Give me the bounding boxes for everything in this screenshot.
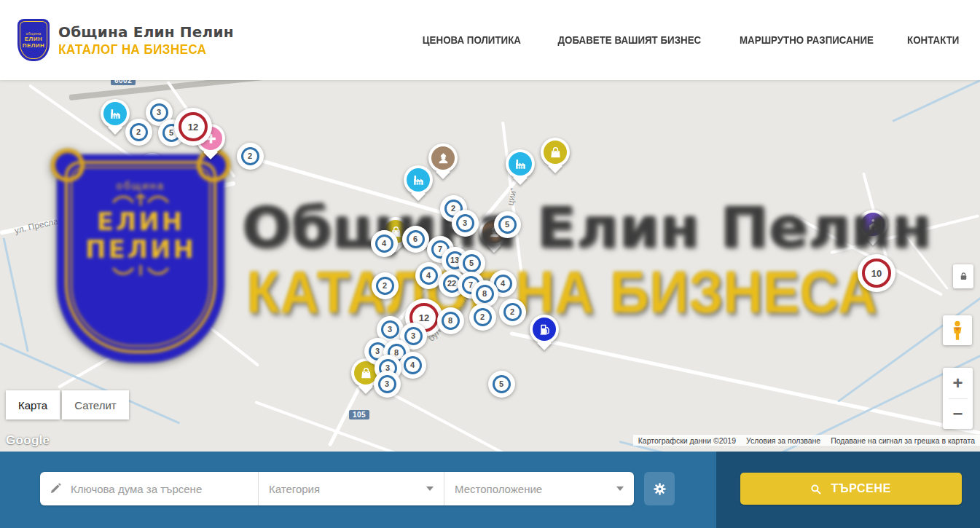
logo-word: община bbox=[26, 31, 41, 36]
cluster-marker[interactable]: 2 bbox=[138, 153, 165, 180]
road-line bbox=[109, 248, 259, 366]
cluster-ring: 3 bbox=[404, 327, 423, 345]
zoom-in-button[interactable]: + bbox=[943, 369, 973, 398]
cluster-marker[interactable]: 2 bbox=[237, 143, 264, 170]
pin-marker-worker[interactable] bbox=[428, 143, 458, 173]
pin-marker-fuel[interactable] bbox=[530, 315, 559, 344]
cluster-count: 3 bbox=[388, 325, 392, 334]
site-logo[interactable]: община ЕЛИН ПЕЛИН Община Елин Пелин КАТА… bbox=[17, 19, 234, 61]
shield-ornament-bottom bbox=[108, 263, 173, 279]
cluster-marker[interactable]: 6 bbox=[402, 226, 429, 253]
cluster-count: 22 bbox=[447, 279, 456, 288]
map-type-map-button[interactable]: Карта bbox=[6, 390, 60, 419]
cluster-count: 5 bbox=[499, 379, 503, 388]
street-view-pegman[interactable] bbox=[943, 315, 972, 345]
cluster-count: 3 bbox=[411, 331, 415, 340]
road-line bbox=[509, 331, 980, 435]
cluster-count: 4 bbox=[501, 279, 505, 288]
factory-icon bbox=[509, 152, 532, 176]
location-dropdown-label: Местоположение bbox=[455, 483, 542, 495]
cluster-ring: 4 bbox=[375, 235, 393, 253]
factory-icon bbox=[407, 168, 430, 192]
cluster-count: 3 bbox=[463, 218, 467, 227]
category-dropdown[interactable]: Категория bbox=[259, 472, 444, 505]
stream-line bbox=[3, 237, 29, 352]
logo-name-2: ПЕЛИН bbox=[23, 42, 45, 49]
cluster-marker[interactable]: 4 bbox=[371, 230, 398, 257]
cluster-count: 8 bbox=[394, 348, 399, 357]
cluster-marker[interactable]: 2 bbox=[469, 304, 496, 331]
cluster-ring: 3 bbox=[456, 214, 474, 232]
nav-item-route-schedule[interactable]: МАРШРУТНО РАЗПИСАНИЕ bbox=[740, 34, 874, 46]
search-button[interactable]: ТЪРСЕНЕ bbox=[740, 473, 962, 505]
pin-marker-factory[interactable] bbox=[506, 149, 535, 178]
cluster-ring: 8 bbox=[442, 312, 460, 330]
cluster-marker[interactable]: 3 bbox=[374, 371, 401, 398]
map-canvas[interactable]: община ЕЛИН ПЕЛИН Община Елин Пелин КАТА… bbox=[0, 80, 980, 452]
header: община ЕЛИН ПЕЛИН Община Елин Пелин КАТА… bbox=[0, 0, 980, 80]
keyword-field bbox=[40, 472, 259, 505]
pin-marker-church[interactable] bbox=[858, 210, 887, 239]
factory-icon bbox=[103, 102, 127, 125]
shield-curl-left bbox=[51, 149, 85, 182]
road-line bbox=[895, 223, 949, 290]
map-attribution: Картографски данни ©2019 Условия за полз… bbox=[633, 435, 980, 446]
cluster-count: 8 bbox=[482, 289, 487, 298]
cluster-ring: 2 bbox=[241, 147, 259, 165]
cluster-marker[interactable]: 2 bbox=[125, 119, 152, 146]
cluster-ring: 4 bbox=[420, 267, 438, 285]
cluster-marker[interactable]: 5 bbox=[488, 371, 515, 398]
road-line bbox=[254, 401, 434, 452]
map-type-control: Карта Сателит bbox=[6, 390, 129, 419]
cluster-marker[interactable]: 2 bbox=[372, 272, 399, 299]
pin-marker-bag[interactable] bbox=[541, 138, 570, 167]
lock-icon bbox=[958, 270, 969, 283]
nav-item-pricing[interactable]: ЦЕНОВА ПОЛИТИКА bbox=[423, 34, 521, 46]
search-settings-button[interactable] bbox=[644, 472, 675, 505]
cluster-count: 5 bbox=[169, 128, 173, 137]
road-number-label: 105 bbox=[349, 410, 369, 419]
road-line bbox=[393, 393, 587, 452]
worker-icon bbox=[431, 146, 455, 170]
cluster-count: 8 bbox=[448, 316, 452, 325]
zoom-out-button[interactable]: − bbox=[943, 399, 973, 429]
cluster-marker[interactable]: 12 bbox=[174, 108, 212, 146]
attribution-report-link[interactable]: Подаване на сигнал за грешка в картата bbox=[826, 436, 980, 445]
nav-item-contacts[interactable]: КОНТАКТИ bbox=[908, 34, 960, 46]
cluster-marker[interactable]: 4 bbox=[399, 352, 426, 379]
church-icon bbox=[861, 213, 885, 236]
cluster-ring: 2 bbox=[376, 277, 394, 295]
pin-marker-factory[interactable] bbox=[404, 165, 433, 194]
cluster-count: 3 bbox=[157, 108, 161, 117]
cluster-count: 3 bbox=[385, 379, 389, 388]
cluster-marker[interactable]: 5 bbox=[494, 211, 521, 238]
cluster-count: 2 bbox=[248, 151, 252, 160]
pin-marker-factory[interactable] bbox=[101, 99, 130, 128]
watermark-shield-logo: община ЕЛИН ПЕЛИН bbox=[57, 154, 224, 363]
cluster-marker[interactable]: 10 bbox=[858, 254, 895, 292]
cluster-ring: 6 bbox=[407, 230, 425, 248]
attribution-copyright: Картографски данни ©2019 bbox=[633, 436, 741, 445]
cluster-count: 5 bbox=[505, 220, 509, 229]
shield-word: община bbox=[117, 179, 165, 192]
nav-item-add-business[interactable]: ДОБАВЕТЕ ВАШИЯТ БИЗНЕС bbox=[557, 34, 701, 46]
map-type-satellite-button[interactable]: Сателит bbox=[62, 390, 129, 419]
location-dropdown[interactable]: Местоположение bbox=[444, 472, 634, 505]
attribution-terms-link[interactable]: Условия за ползване bbox=[741, 436, 826, 445]
google-logo[interactable]: Google bbox=[6, 433, 50, 448]
cluster-marker[interactable]: 4 bbox=[415, 262, 442, 289]
cluster-count: 2 bbox=[136, 127, 141, 136]
fuel-icon bbox=[533, 318, 556, 341]
cluster-ring: 3 bbox=[381, 320, 399, 339]
chevron-down-icon bbox=[426, 486, 434, 491]
site-subtitle: КАТАЛОГ НА БИЗНЕСА bbox=[58, 42, 225, 58]
cluster-count: 2 bbox=[451, 204, 455, 213]
lock-control[interactable] bbox=[953, 264, 973, 288]
cluster-ring: 2 bbox=[130, 123, 148, 141]
cluster-marker[interactable]: 2 bbox=[499, 299, 526, 326]
cluster-marker[interactable]: 8 bbox=[437, 307, 464, 334]
cluster-marker[interactable]: 3 bbox=[452, 210, 479, 237]
pencil-icon bbox=[49, 482, 62, 495]
cluster-marker[interactable]: 8 bbox=[471, 280, 498, 307]
keyword-search-input[interactable] bbox=[69, 482, 249, 496]
